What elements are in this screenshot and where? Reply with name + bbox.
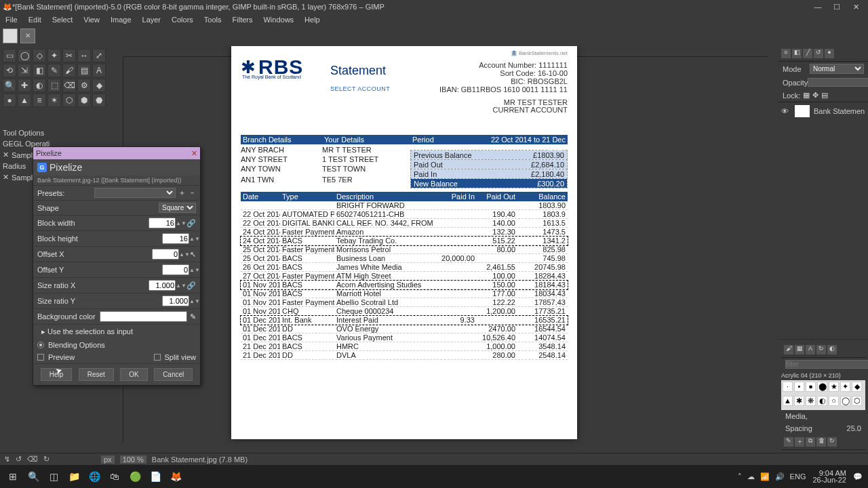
brush-7[interactable]: ▲ <box>783 396 793 406</box>
search-icon[interactable]: 🔍 <box>23 468 43 485</box>
menu-colors[interactable]: Colors <box>166 14 199 25</box>
size-ratio-y-input[interactable] <box>162 296 189 306</box>
task-view-icon[interactable]: ◫ <box>43 468 64 485</box>
unit-select[interactable]: px <box>101 455 115 464</box>
tray-notif-icon[interactable]: 💬 <box>853 472 863 481</box>
brush-12[interactable]: ◯ <box>840 396 850 406</box>
undo-status-icon[interactable]: ↺ <box>16 455 22 464</box>
menu-windows[interactable]: Windows <box>258 14 299 25</box>
new-brush-icon[interactable]: ＋ <box>795 437 804 447</box>
menu-file[interactable]: File <box>0 14 23 25</box>
bg-color-swatch[interactable] <box>100 311 187 322</box>
brush-6[interactable]: ◆ <box>852 382 862 392</box>
brush-2[interactable]: ● <box>806 382 816 392</box>
tool-9[interactable]: ◧ <box>33 64 46 77</box>
visibility-icon[interactable]: 👁 <box>781 107 791 115</box>
block-width-input[interactable] <box>149 218 176 228</box>
tool-24[interactable]: ✶ <box>47 94 61 107</box>
brush-9[interactable]: ❋ <box>806 396 816 406</box>
patterns-icon[interactable]: ▦ <box>795 345 804 354</box>
tool-21[interactable]: ● <box>3 94 16 107</box>
store-icon[interactable]: 🛍 <box>104 468 125 485</box>
offset-y-input[interactable] <box>162 264 189 275</box>
menu-image[interactable]: Image <box>105 14 137 25</box>
redo-status-icon[interactable]: ↻ <box>43 455 50 464</box>
menu-tools[interactable]: Tools <box>199 14 227 25</box>
explorer-icon[interactable]: 📁 <box>64 468 84 485</box>
cancel-button[interactable]: Cancel <box>154 368 193 381</box>
paths-icon[interactable]: ╱ <box>803 49 812 58</box>
ok-button[interactable]: OK <box>120 368 147 381</box>
tray-clock[interactable]: 9:04 AM 26-Jun-22 <box>812 470 846 483</box>
maximize-button[interactable]: ☐ <box>827 3 846 12</box>
tool-14[interactable]: 🔍 <box>3 79 16 92</box>
preview-checkbox[interactable] <box>37 354 44 361</box>
edge-icon[interactable]: 🌐 <box>84 468 104 485</box>
brush-13[interactable]: ⬡ <box>852 396 862 406</box>
edit-brush-icon[interactable]: ✎ <box>784 437 793 447</box>
gimp-taskbar-icon[interactable]: 🦊 <box>165 468 186 485</box>
tool-11[interactable]: 🖌 <box>62 64 76 77</box>
link-icon[interactable]: 🔗 <box>186 219 196 228</box>
brush-3[interactable]: ⬤ <box>817 382 827 392</box>
tool-18[interactable]: ⌫ <box>62 79 76 92</box>
del-preset-icon[interactable]: － <box>189 188 196 198</box>
menu-layer[interactable]: Layer <box>137 14 167 25</box>
dialog-close-icon[interactable]: ✕ <box>191 149 197 158</box>
tray-cloud-icon[interactable]: ☁ <box>747 472 755 481</box>
blending-radio[interactable] <box>37 342 44 348</box>
menu-select[interactable]: Select <box>47 14 79 25</box>
tool-16[interactable]: ◐ <box>33 79 46 92</box>
image-canvas[interactable]: BankStatements.net ✱RBS The Royal Bank o… <box>231 46 577 439</box>
brush-5[interactable]: ✦ <box>840 382 850 392</box>
brush-icon[interactable]: ● <box>825 49 834 58</box>
brush-10[interactable]: ◐ <box>817 396 827 406</box>
tool-26[interactable]: ⬢ <box>77 94 91 107</box>
paint-icon[interactable]: ◐ <box>827 345 837 354</box>
tool-15[interactable]: ✚ <box>18 79 31 92</box>
close-button[interactable]: ✕ <box>846 3 865 12</box>
brush-4[interactable]: ★ <box>829 382 839 392</box>
tool-23[interactable]: ≡ <box>33 94 46 107</box>
del-brush-icon[interactable]: 🗑 <box>816 437 826 447</box>
menu-help[interactable]: Help <box>299 14 326 25</box>
brush-grid[interactable]: ·•●⬤★✦◆▲✱❋◐○◯⬡ <box>781 380 865 410</box>
brush-filter[interactable] <box>785 360 868 369</box>
shape-select[interactable]: Square <box>159 203 196 213</box>
fonts-icon[interactable]: A <box>806 345 815 354</box>
tool-10[interactable]: ✎ <box>47 64 61 77</box>
tray-volume-icon[interactable]: 🔊 <box>775 472 785 481</box>
menu-edit[interactable]: Edit <box>23 14 47 25</box>
lock-pixel-icon[interactable]: ▦ <box>803 91 810 100</box>
tool-7[interactable]: ⟲ <box>3 64 16 77</box>
close-tab-icon[interactable]: ✕ <box>20 28 35 43</box>
help-button[interactable]: Help <box>41 368 73 381</box>
tool-13[interactable]: A <box>92 64 106 77</box>
tool-0[interactable]: ▭ <box>3 49 16 62</box>
tool-17[interactable]: ⬚ <box>47 79 61 92</box>
tool-2[interactable]: ◇ <box>33 49 46 62</box>
lock-alpha-icon[interactable]: ▤ <box>821 91 828 100</box>
color-picker-icon[interactable]: ✎ <box>190 312 196 321</box>
minimize-button[interactable]: — <box>808 3 827 12</box>
size-ratio-x-input[interactable] <box>149 280 176 291</box>
opacity-input[interactable] <box>808 78 868 87</box>
presets-select[interactable] <box>94 188 176 198</box>
delete-status-icon[interactable]: ⌫ <box>27 455 38 464</box>
tool-20[interactable]: ◆ <box>92 79 106 92</box>
tool-1[interactable]: ◯ <box>18 49 31 62</box>
tray-lang[interactable]: ENG <box>790 472 806 481</box>
brush-8[interactable]: ✱ <box>794 396 804 406</box>
undo-icon[interactable]: ↺ <box>814 49 823 58</box>
zoom-select[interactable]: 100 % <box>120 455 146 464</box>
pointer-icon[interactable]: ↖ <box>190 250 196 259</box>
app-icon[interactable]: 📄 <box>145 468 165 485</box>
history-icon[interactable]: ↻ <box>816 345 826 354</box>
refresh-brush-icon[interactable]: ↻ <box>827 437 837 447</box>
canvas-area[interactable]: BankStatements.net ✱RBS The Royal Bank o… <box>113 46 778 453</box>
brush-0[interactable]: · <box>783 382 793 392</box>
brushes-icon[interactable]: 🖌 <box>784 345 793 354</box>
use-selection-expand[interactable]: ▸ Use the selection as input <box>33 324 200 339</box>
brush-1[interactable]: • <box>794 382 804 392</box>
tool-27[interactable]: ⬣ <box>92 94 106 107</box>
